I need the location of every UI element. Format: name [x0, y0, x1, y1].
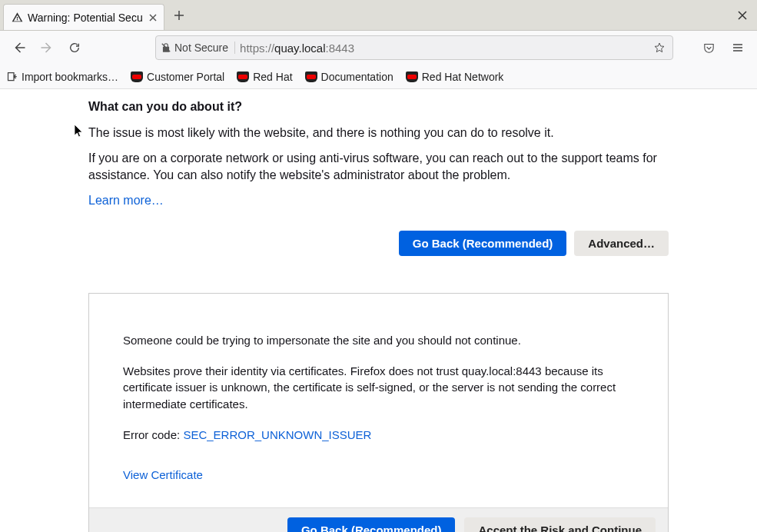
lock-strike-icon — [161, 42, 171, 53]
url-text[interactable]: https://quay.local:8443 — [240, 42, 646, 55]
redhat-icon — [305, 71, 317, 82]
import-bookmarks-label: Import bookmarks… — [22, 71, 118, 83]
view-certificate-link[interactable]: View Certificate — [123, 468, 203, 481]
bookmark-documentation[interactable]: Documentation — [305, 71, 393, 83]
bookmark-label: Documentation — [321, 71, 393, 83]
bookmark-customer-portal[interactable]: Customer Portal — [131, 71, 224, 83]
button-row: Go Back (Recommended) Advanced… — [88, 231, 669, 256]
tab-active[interactable]: Warning: Potential Securi — [3, 4, 164, 30]
warning-icon — [12, 12, 23, 23]
url-protocol: https:// — [240, 42, 274, 55]
url-port: :8443 — [326, 42, 355, 55]
error-label: Error code: — [123, 428, 183, 441]
window-close-button[interactable] — [731, 4, 754, 27]
menu-button[interactable] — [726, 36, 749, 59]
learn-more-link[interactable]: Learn more… — [88, 194, 164, 207]
advanced-body: Someone could be trying to impersonate t… — [89, 294, 668, 508]
advanced-p2: Websites prove their identity via certif… — [123, 363, 634, 413]
redhat-icon — [237, 71, 249, 82]
advanced-panel: Someone could be trying to impersonate t… — [88, 293, 669, 532]
redhat-icon — [131, 71, 143, 82]
go-back-button[interactable]: Go Back (Recommended) — [399, 231, 567, 256]
back-button[interactable] — [8, 36, 31, 59]
advanced-p1: Someone could be trying to impersonate t… — [123, 332, 634, 349]
accept-risk-button[interactable]: Accept the Risk and Continue — [464, 517, 656, 532]
bookmark-label: Red Hat Network — [422, 71, 504, 83]
bookmark-label: Red Hat — [253, 71, 292, 83]
import-icon — [6, 71, 18, 82]
bookmark-redhat-network[interactable]: Red Hat Network — [406, 71, 504, 83]
tab-bar: Warning: Potential Securi — [0, 0, 757, 31]
forward-button[interactable] — [35, 36, 58, 59]
import-bookmarks[interactable]: Import bookmarks… — [6, 71, 118, 83]
bookmark-redhat[interactable]: Red Hat — [237, 71, 292, 83]
tab-title: Warning: Potential Securi — [28, 12, 142, 24]
error-line: Error code: SEC_ERROR_UNKNOWN_ISSUER — [123, 427, 634, 444]
security-indicator[interactable]: Not Secure — [161, 42, 235, 54]
reload-button[interactable] — [63, 36, 86, 59]
page-heading: What can you do about it? — [88, 98, 669, 115]
go-back-button-2[interactable]: Go Back (Recommended) — [287, 517, 456, 532]
page-content: What can you do about it? The issue is m… — [0, 89, 757, 532]
paragraph-2: If you are on a corporate network or usi… — [88, 150, 669, 185]
pocket-button[interactable] — [697, 36, 720, 59]
advanced-footer: Go Back (Recommended) Accept the Risk an… — [89, 507, 668, 532]
redhat-icon — [406, 71, 418, 82]
url-bar[interactable]: Not Secure https://quay.local:8443 — [155, 35, 673, 60]
new-tab-button[interactable] — [168, 4, 191, 27]
bookmarks-bar: Import bookmarks… Customer Portal Red Ha… — [0, 65, 757, 89]
bookmark-star-icon[interactable] — [651, 39, 668, 56]
error-code-link[interactable]: SEC_ERROR_UNKNOWN_ISSUER — [183, 428, 371, 441]
not-secure-label: Not Secure — [174, 42, 228, 54]
nav-bar: Not Secure https://quay.local:8443 — [0, 31, 757, 65]
advanced-button[interactable]: Advanced… — [574, 231, 669, 256]
tab-close-icon[interactable] — [147, 12, 159, 24]
paragraph-1: The issue is most likely with the websit… — [88, 125, 669, 141]
bookmark-label: Customer Portal — [147, 71, 224, 83]
url-host: quay.local — [274, 42, 325, 55]
